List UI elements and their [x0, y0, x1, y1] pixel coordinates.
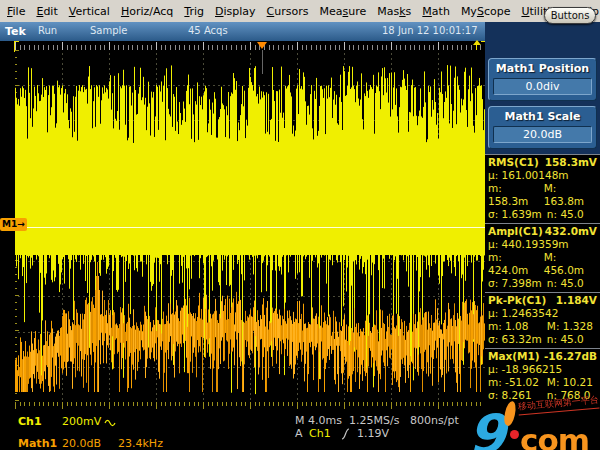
- measurement-name: Pk-Pk(C1): [488, 294, 546, 307]
- measurement-value: -16.27dB: [544, 350, 597, 363]
- timebase-readout: M 4.0ms: [295, 414, 342, 427]
- measurement-readouts: RMS(C1)158.3mVμ: 161.00148mm: 158.3mM: 1…: [485, 154, 600, 404]
- math1-position-panel[interactable]: Math1 Position 0.0div: [488, 58, 597, 101]
- measurement-sigma: σ: 1.639m: [488, 208, 547, 221]
- measurement-max: M: 1.328: [547, 320, 593, 333]
- menu-myscope[interactable]: MyScope: [461, 5, 511, 18]
- trigger-level-readout: 1.19V: [357, 427, 389, 440]
- measurement-mean: μ: -18.966215: [488, 363, 597, 376]
- control-readout-column: Math1 Position 0.0div Math1 Scale 20.0dB…: [485, 41, 600, 410]
- menu-cursors[interactable]: Cursors: [267, 5, 309, 18]
- trigger-source-readout: Ch1: [309, 427, 331, 440]
- oscilloscope-screen: FileEditVerticalHoriz/AcqTrigDisplayCurs…: [0, 0, 600, 450]
- math1-position-value[interactable]: 0.0div: [493, 78, 592, 95]
- ac-coupling-icon: [104, 417, 119, 430]
- measurement-min: m: 158.3m: [488, 182, 544, 208]
- math1-frequency-readout: 23.4kHz: [118, 437, 163, 450]
- menu-horizacq[interactable]: Horiz/Acq: [121, 5, 173, 18]
- measurement-mean: μ: 1.2463542: [488, 307, 597, 320]
- measurement-name: Ampl(C1): [488, 225, 543, 238]
- measurement-max: M: 456.0m: [544, 251, 597, 277]
- samplerate-readout: 1.25MS/s: [349, 414, 399, 427]
- math1-label[interactable]: Math1: [18, 437, 57, 450]
- measurement-count: n: 45.0: [547, 277, 584, 290]
- trigger-position-icon[interactable]: [257, 42, 267, 49]
- menu-masks[interactable]: Masks: [377, 5, 411, 18]
- acquisition-overview-ruler: [15, 42, 485, 50]
- measurement-min: m: 424.0m: [488, 251, 544, 277]
- buttons-button[interactable]: Buttons: [544, 7, 596, 24]
- math1-scale-label: Math1 Scale: [493, 110, 592, 123]
- math1-position-label: Math1 Position: [493, 62, 592, 75]
- watermark-91com: 移动互联网第一平台 9 com: [468, 394, 600, 450]
- measurement-max: M: 163.8m: [544, 182, 597, 208]
- measurement-block-pkpkc1: Pk-Pk(C1)1.184Vμ: 1.2463542m: 1.08M: 1.3…: [485, 292, 600, 348]
- measurement-count: n: 45.0: [547, 333, 584, 346]
- math1-scale-readout: 20.0dB: [62, 437, 101, 450]
- math-controls-background: Math1 Position 0.0div Math1 Scale 20.0dB: [485, 22, 600, 154]
- measurement-mean: μ: 161.00148m: [488, 169, 597, 182]
- menu-bar: FileEditVerticalHoriz/AcqTrigDisplayCurs…: [0, 0, 600, 23]
- measurement-max: M: 10.21: [547, 376, 593, 389]
- measurement-value: 432.0mV: [545, 225, 597, 238]
- measurement-min: m: 1.08: [488, 320, 547, 333]
- acquisition-run-status: Run: [38, 25, 57, 36]
- watermark-exclamation-dot-icon: [510, 430, 519, 439]
- ch1-label[interactable]: Ch1: [18, 415, 42, 428]
- measurement-block-amplc1: Ampl(C1)432.0mVμ: 440.19359mm: 424.0mM: …: [485, 223, 600, 292]
- measurement-mean: μ: 440.19359m: [488, 238, 597, 251]
- ch1-scale-readout: 200mV: [62, 415, 101, 428]
- resolution-readout: 800ns/pt: [410, 414, 459, 427]
- menu-file[interactable]: File: [7, 5, 25, 18]
- menu-edit[interactable]: Edit: [36, 5, 57, 18]
- math1-scale-value[interactable]: 20.0dB: [493, 126, 592, 143]
- menu-measure[interactable]: Measure: [320, 5, 367, 18]
- measurement-sigma: σ: 7.398m: [488, 277, 547, 290]
- measurement-block-rmsc1: RMS(C1)158.3mVμ: 161.00148mm: 158.3mM: 1…: [485, 154, 600, 223]
- watermark-9: 9: [468, 408, 506, 450]
- measurement-sigma: σ: 63.32m: [488, 333, 547, 346]
- math1-marker-arrow-icon: →: [17, 219, 25, 229]
- tek-logo: Tek: [5, 25, 26, 38]
- trigger-system-label: A: [295, 427, 303, 440]
- watermark-com: com: [520, 425, 589, 450]
- menu-vertical[interactable]: Vertical: [69, 5, 110, 18]
- measurement-name: RMS(C1): [488, 156, 539, 169]
- rising-slope-icon: [341, 428, 350, 443]
- watermark-slogan: 移动互联网第一平台: [518, 393, 600, 415]
- waveform-display: M1→: [0, 41, 485, 410]
- measurement-value: 1.184V: [556, 294, 597, 307]
- math1-marker-label: M1: [2, 219, 17, 229]
- menu-display[interactable]: Display: [215, 5, 256, 18]
- menu-trig[interactable]: Trig: [184, 5, 204, 18]
- acquisition-count: 45 Acqs: [188, 25, 228, 36]
- math1-reference-marker[interactable]: M1→: [0, 218, 27, 231]
- datetime: 18 Jun 12 10:01:17: [382, 25, 478, 36]
- acquisition-mode: Sample: [90, 25, 128, 36]
- graticule-waveform-canvas[interactable]: [15, 50, 485, 410]
- measurement-name: Max(M1): [488, 350, 540, 363]
- math1-scale-panel[interactable]: Math1 Scale 20.0dB: [488, 106, 597, 149]
- main-area: M1→ Math1 Position 0.0div Math1 Scale 20…: [0, 41, 600, 410]
- menu-math[interactable]: Math: [422, 5, 450, 18]
- measurement-value: 158.3mV: [545, 156, 597, 169]
- measurement-count: n: 45.0: [547, 208, 584, 221]
- measurement-min: m: -51.02: [488, 376, 547, 389]
